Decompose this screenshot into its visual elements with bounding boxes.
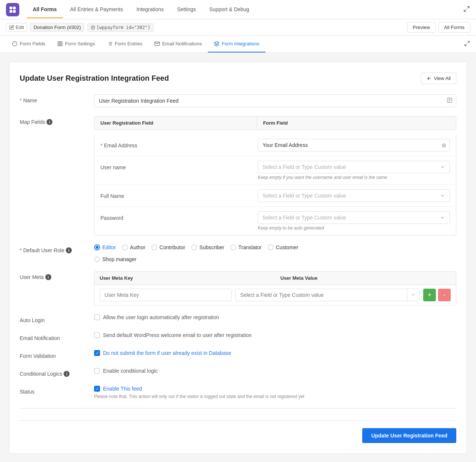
email-field-wrap: ⊗ <box>258 139 450 151</box>
tab-form-fields[interactable]: Form Fields <box>6 36 51 52</box>
role-subscriber-radio[interactable] <box>191 244 197 250</box>
user-meta-header: User Meta Key User Meta Value <box>94 272 456 285</box>
status-row: Status Enable This feed Please note that… <box>20 386 456 399</box>
name-label: * Name <box>20 94 94 103</box>
conditional-logics-checkbox-label: Enable conditional logic <box>103 368 158 374</box>
role-author-radio[interactable] <box>122 244 128 250</box>
email-field-input[interactable] <box>258 139 450 151</box>
role-editor-radio[interactable] <box>94 244 100 250</box>
svg-rect-2 <box>10 10 12 12</box>
nav-support-debug[interactable]: Support & Debug <box>203 1 255 18</box>
tab-form-entries-label: Form Entries <box>115 41 142 46</box>
user-meta-value-input[interactable] <box>236 289 407 301</box>
tab-form-integrations[interactable]: Form Integrations <box>208 36 266 52</box>
app-logo <box>6 3 19 16</box>
nav-integrations[interactable]: Integrations <box>131 1 170 18</box>
tab-form-settings[interactable]: Form Settings <box>51 36 101 52</box>
role-editor[interactable]: Editor <box>94 244 116 250</box>
name-input-wrap <box>94 94 456 107</box>
role-author[interactable]: Author <box>122 244 145 250</box>
name-row: * Name <box>20 94 456 107</box>
map-fields-info-icon[interactable]: i <box>46 119 52 125</box>
all-forms-button[interactable]: All Forms <box>438 22 470 33</box>
map-field-password-value: Select a Field or Type Custom value Keep… <box>258 211 450 231</box>
user-meta-key-input[interactable] <box>100 289 232 301</box>
email-notification-control: Send default WordPress welcome email to … <box>94 332 456 338</box>
role-contributor[interactable]: Contributor <box>151 244 185 250</box>
password-hint: Keep empty to be auto generated <box>258 225 450 231</box>
expand-icon[interactable] <box>463 6 470 13</box>
conditional-logics-checkbox[interactable]: Enable conditional logic <box>94 368 456 374</box>
username-select[interactable]: Select a Field or Type Custom value <box>258 161 450 173</box>
user-meta-control: User Meta Key User Meta Value + <box>94 271 456 305</box>
user-role-row: * Default User Role i Editor Author <box>20 244 456 262</box>
map-col-header-left: User Registration Field <box>94 116 257 129</box>
role-customer[interactable]: Customer <box>268 244 299 250</box>
auto-login-control: Allow the user login automatically after… <box>94 314 456 320</box>
user-meta-label: User Meta i <box>20 271 94 280</box>
tab-form-integrations-label: Form Integrations <box>222 41 260 46</box>
tab-expand-icon[interactable] <box>464 41 470 48</box>
view-all-button[interactable]: View All <box>421 73 456 84</box>
role-translator[interactable]: Translator <box>230 244 262 250</box>
role-subscriber[interactable]: Subscriber <box>191 244 224 250</box>
user-role-info-icon[interactable]: i <box>66 247 72 253</box>
main-content: Update User Registration Integration Fee… <box>0 53 476 462</box>
status-checkbox[interactable]: Enable This feed <box>94 386 456 392</box>
preview-button[interactable]: Preview <box>407 22 435 33</box>
form-container: Update User Registration Integration Fee… <box>9 62 467 454</box>
top-nav: All Forms All Entries & Payments Integra… <box>0 0 476 19</box>
email-notification-checkbox-box[interactable] <box>94 332 100 338</box>
auto-login-label: Auto Login <box>20 314 94 323</box>
user-meta-dropdown-btn[interactable] <box>407 289 419 301</box>
map-rows: * Email Address ⊗ <box>94 134 456 235</box>
update-button[interactable]: Update User Registration Feed <box>362 428 456 443</box>
role-shop-manager[interactable]: Shop manager <box>94 256 456 262</box>
remove-meta-button[interactable]: - <box>438 289 451 301</box>
tab-email-notifications[interactable]: Email Notifications <box>148 36 208 52</box>
role-shop-manager-label: Shop manager <box>102 256 136 262</box>
conditional-logics-checkbox-box[interactable] <box>94 368 100 374</box>
map-row-password: Password Select a Field or Type Custom v… <box>94 207 456 235</box>
auto-login-checkbox[interactable]: Allow the user login automatically after… <box>94 314 456 320</box>
status-note: Please note that, This action will only … <box>94 394 456 399</box>
role-customer-radio[interactable] <box>268 244 274 250</box>
map-row-username: User name Select a Field or Type Custom … <box>94 156 456 185</box>
form-validation-control: Do not submit the form if user already e… <box>94 350 456 356</box>
map-fields-label: Map Fields i <box>20 116 94 125</box>
auto-login-checkbox-box[interactable] <box>94 314 100 320</box>
svg-rect-0 <box>10 6 12 9</box>
name-input[interactable] <box>94 94 456 107</box>
svg-line-4 <box>467 6 469 8</box>
nav-all-forms[interactable]: All Forms <box>27 1 63 18</box>
map-field-fullname-label: Full Name <box>100 189 258 199</box>
nav-entries-payments[interactable]: All Entries & Payments <box>64 1 129 18</box>
role-shop-manager-radio[interactable] <box>94 256 100 262</box>
svg-rect-3 <box>13 10 16 12</box>
form-validation-link[interactable]: Do not submit the form if user already e… <box>103 350 231 356</box>
password-select[interactable]: Select a Field or Type Custom value <box>258 211 450 224</box>
role-translator-radio[interactable] <box>230 244 236 250</box>
footer-divider <box>20 408 456 408</box>
email-notification-checkbox[interactable]: Send default WordPress welcome email to … <box>94 332 456 338</box>
page-title: Update User Registration Integration Fee… <box>20 74 169 83</box>
nav-settings[interactable]: Settings <box>171 1 202 18</box>
role-contributor-label: Contributor <box>160 244 185 250</box>
status-link[interactable]: Enable This feed <box>103 386 142 392</box>
form-validation-checkbox[interactable]: Do not submit the form if user already e… <box>94 350 456 356</box>
status-label: Status <box>20 386 94 395</box>
map-field-username-label: User name <box>100 161 258 170</box>
user-meta-row: User Meta i User Meta Key User Meta Valu… <box>20 271 456 305</box>
status-checkbox-box[interactable] <box>94 386 100 392</box>
form-footer: Update User Registration Feed <box>20 420 456 443</box>
clear-icon[interactable]: ⊗ <box>441 142 446 149</box>
fullname-select[interactable]: Select a Field or Type Custom value <box>258 189 450 202</box>
add-meta-button[interactable]: + <box>423 289 436 301</box>
conditional-logics-info-icon[interactable]: i <box>64 371 70 377</box>
form-validation-checkbox-box[interactable] <box>94 350 100 356</box>
form-validation-row: Form Validation Do not submit the form i… <box>20 350 456 359</box>
tab-form-entries[interactable]: Form Entries <box>101 36 148 52</box>
edit-button[interactable]: Edit <box>6 23 27 32</box>
role-contributor-radio[interactable] <box>151 244 157 250</box>
user-meta-info-icon[interactable]: i <box>45 274 51 280</box>
